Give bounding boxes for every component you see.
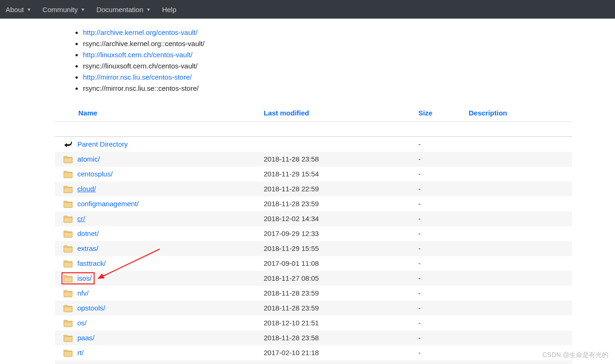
description-cell	[465, 152, 572, 167]
directory-link[interactable]: centosplus/	[77, 170, 113, 178]
back-arrow-icon	[63, 140, 73, 148]
directory-link[interactable]: opstools/	[77, 304, 105, 312]
folder-icon	[63, 200, 73, 208]
directory-listing-table: Name Last modified Size Description Pare…	[55, 104, 572, 364]
mirror-list-item: http://linuxsoft.cern.ch/centos-vault/	[83, 49, 572, 61]
table-row: opstools/2018-11-28 23:59 -	[55, 301, 572, 316]
watermark-text: CSDN @生命是有光的	[542, 351, 608, 359]
directory-link[interactable]: fasttrack/	[77, 259, 106, 267]
size-cell: -	[418, 316, 465, 330]
folder-icon	[63, 319, 73, 327]
modified-cell: 2018-11-28 22:59	[260, 182, 418, 196]
description-cell	[465, 256, 572, 271]
modified-cell: 2017-09-29 12:33	[260, 226, 418, 241]
table-row: isos/2018-11-27 08:05 -	[55, 271, 572, 286]
sort-size-link[interactable]: Size	[418, 109, 432, 117]
size-cell: -	[418, 182, 465, 196]
directory-link[interactable]: cloud/	[77, 185, 96, 193]
table-divider	[55, 122, 572, 137]
directory-link[interactable]: cr/	[77, 215, 85, 222]
modified-cell: 2018-12-02 14:34	[260, 211, 418, 226]
modified-cell: 2018-12-10 21:51	[260, 316, 418, 330]
directory-link[interactable]: nfv/	[77, 289, 89, 297]
parent-directory-link[interactable]: Parent Directory	[77, 140, 128, 148]
modified-cell: 2018-11-29 15:55	[260, 241, 418, 256]
mirror-link[interactable]: http://archive.kernel.org/centos-vault/	[83, 28, 198, 36]
modified-cell: 2018-11-29 15:54	[260, 167, 418, 182]
directory-link[interactable]: atomic/	[77, 155, 100, 163]
nav-item-label: Community	[42, 6, 78, 13]
description-cell	[465, 226, 572, 241]
description-cell	[465, 241, 572, 256]
table-row: nfv/2018-11-28 23:59 -	[55, 286, 572, 301]
size-cell: -	[418, 256, 465, 271]
folder-icon	[63, 349, 73, 357]
description-cell	[465, 301, 572, 316]
mirror-link[interactable]: http://mirror.nsc.liu.se/centos-store/	[83, 73, 191, 81]
modified-cell: 2018-11-28 23:56	[260, 360, 418, 364]
description-cell	[465, 167, 572, 182]
folder-icon	[63, 155, 73, 163]
table-header-row: Name Last modified Size Description	[55, 104, 572, 122]
table-row: extras/2018-11-29 15:55 -	[55, 241, 572, 256]
folder-icon	[63, 334, 73, 342]
size-cell: -	[418, 301, 465, 316]
mirror-list-item: http://mirror.nsc.liu.se/centos-store/	[83, 72, 572, 83]
modified-cell: 2018-11-27 08:05	[260, 271, 418, 286]
size-cell: -	[418, 152, 465, 167]
directory-link[interactable]: rt/	[77, 349, 83, 357]
mirror-link[interactable]: http://linuxsoft.cern.ch/centos-vault/	[83, 51, 192, 59]
nav-item-community[interactable]: Community▼	[37, 0, 91, 19]
dropdown-caret-icon: ▼	[27, 7, 31, 12]
directory-link[interactable]: extras/	[77, 244, 98, 252]
directory-link[interactable]: os/	[77, 319, 87, 327]
table-row: dotnet/2017-09-29 12:33 -	[55, 226, 572, 241]
folder-icon	[63, 304, 73, 312]
nav-item-about[interactable]: About▼	[0, 0, 37, 19]
sort-description-link[interactable]: Description	[469, 109, 507, 117]
page-content: http://archive.kernel.org/centos-vault/r…	[55, 19, 572, 364]
directory-link[interactable]: isos/	[77, 274, 92, 282]
description-cell	[465, 360, 572, 364]
directory-link[interactable]: configmanagement/	[77, 200, 139, 208]
mirror-list: http://archive.kernel.org/centos-vault/r…	[83, 27, 572, 94]
sort-modified-link[interactable]: Last modified	[264, 109, 309, 117]
table-row: fasttrack/2017-09-01 11:08 -	[55, 256, 572, 271]
size-cell: -	[418, 360, 465, 364]
folder-icon	[63, 274, 73, 283]
table-row: configmanagement/2018-11-28 23:59 -	[55, 196, 572, 211]
description-cell	[465, 196, 572, 211]
folder-icon	[63, 229, 73, 238]
sort-name-link[interactable]: Name	[78, 109, 97, 117]
size-cell: -	[418, 167, 465, 182]
dropdown-caret-icon: ▼	[146, 7, 151, 12]
size-cell: -	[418, 137, 465, 152]
nav-item-help[interactable]: Help	[157, 0, 182, 19]
parent-directory-row: Parent Directory -	[55, 137, 572, 152]
size-cell: -	[418, 226, 465, 241]
folder-icon	[63, 259, 73, 268]
mirror-list-item: rsync://archive.kernel.org::centos-vault…	[83, 38, 572, 49]
nav-item-label: Help	[162, 6, 177, 13]
nav-item-label: Documentation	[96, 6, 144, 13]
description-cell	[465, 330, 572, 345]
directory-link[interactable]: paas/	[77, 334, 95, 342]
size-cell: -	[418, 241, 465, 256]
folder-icon	[63, 170, 73, 178]
mirror-list-item: rsync://linuxsoft.cern.ch/centos-vault/	[83, 61, 572, 72]
folder-icon	[63, 185, 73, 193]
modified-cell: 2018-11-28 23:58	[260, 152, 418, 167]
top-navbar: About▼Community▼Documentation▼Help	[0, 0, 615, 19]
nav-item-label: About	[6, 6, 24, 13]
modified-cell: 2018-11-28 23:59	[260, 196, 418, 211]
folder-icon	[63, 244, 73, 253]
nav-item-documentation[interactable]: Documentation▼	[91, 0, 157, 19]
description-cell	[465, 316, 572, 330]
modified-cell: 2018-11-28 23:59	[260, 301, 418, 316]
mirror-list-item: rsync://mirror.nsc.liu.se::centos-store/	[83, 83, 572, 94]
table-body: Parent Directory -atomic/2018-11-28 23:5…	[55, 122, 572, 364]
modified-cell: 2018-11-28 23:58	[260, 330, 418, 345]
description-cell	[465, 182, 572, 196]
directory-link[interactable]: dotnet/	[77, 229, 99, 237]
table-row: atomic/2018-11-28 23:58 -	[55, 152, 572, 167]
